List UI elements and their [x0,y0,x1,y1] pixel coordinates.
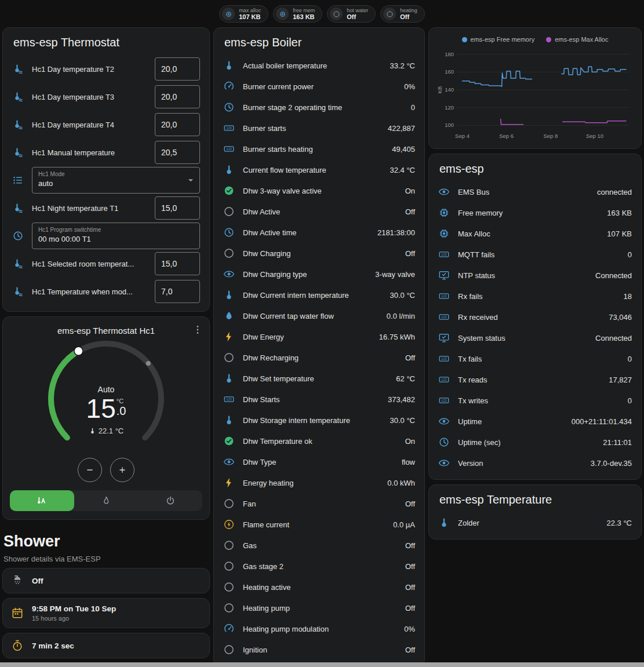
entity-row[interactable]: Hc1 Day temperature T220,0 [12,55,200,83]
entity-name: Dhw Storage intern temperature [243,416,381,425]
number-input[interactable]: 20,5 [155,141,200,164]
badge-heating[interactable]: heating Off [380,5,425,23]
entity-row[interactable]: Free memory 163 KB [438,202,632,223]
entity-row[interactable]: Dhw Storage intern temperature 30.0 °C [223,410,415,431]
number-input[interactable]: 15,0 [155,252,200,275]
badge-max-alloc[interactable]: max alloc 107 KB [219,5,268,23]
entity-row[interactable]: Dhw 3-way valve active On [223,180,415,201]
entity-row[interactable]: Dhw Type flow [223,451,415,472]
entity-name: Heating pump modulation [243,625,396,633]
entity-row[interactable]: Dhw Energy 16.75 kWh [223,326,415,347]
mode-off-button[interactable] [138,490,202,511]
entity-row[interactable]: Dhw Charging Off [223,243,415,264]
entity-row[interactable]: Hc1 Manual temperature20,5 [12,138,200,166]
entity-value: 422,887 [388,124,415,133]
shower-row[interactable]: Off [2,568,210,593]
entity-row[interactable]: Uptime 000+21:11:01.434 [438,411,632,432]
entity-row[interactable]: Dhw Active time 2181:38:00 [223,222,415,243]
number-input[interactable]: 20,0 [155,57,200,81]
check-circle-icon [223,435,235,447]
mode-auto-button[interactable] [10,490,74,511]
hc1-card-title: ems-esp Thermostat Hc1 [57,326,155,336]
entity-row[interactable]: Hc1 Night temperature T115,0 [12,194,200,222]
entity-row[interactable]: Uptime (sec) 21:11:01 [438,432,632,453]
dial-handle[interactable] [74,347,83,355]
entity-name: Tx reads [458,376,601,384]
entity-row[interactable]: Hc1 Temperature when mod...7,0 [12,278,200,305]
svg-text:160: 160 [445,68,454,75]
thermostat-dial[interactable] [39,341,173,457]
entity-row[interactable]: 123 Burner starts heating 49,405 [223,138,415,159]
entity-row[interactable]: 123 MQTT fails 0 [438,244,632,265]
number-input[interactable]: 7,0 [155,280,200,303]
svg-text:Sep 4: Sep 4 [455,133,470,139]
gauge-icon [223,623,235,635]
entity-row[interactable]: Ignition Off [223,639,415,660]
entity-row[interactable]: 123 Dhw Starts 373,482 [223,389,415,410]
shower-row[interactable]: 7 min 2 sec [2,633,210,658]
menu-icon[interactable] [192,324,203,336]
number-input[interactable]: 20,0 [155,85,200,108]
svg-text:123: 123 [441,357,446,360]
entity-row[interactable]: Hc1 Program switchtime 00 mo 00:00 T1 [12,222,200,250]
entity-row[interactable]: Heating pump modulation 0% [223,618,415,639]
entity-row[interactable]: Current flow temperature 32.4 °C [223,159,415,180]
entity-row[interactable]: Energy heating 0.0 kWh [223,472,415,493]
entity-value: On [405,187,415,195]
badge-free-mem[interactable]: free mem 163 KB [273,5,322,23]
entity-row[interactable]: Burner current power 0% [223,76,415,97]
temp-decrease-button[interactable] [78,458,102,482]
temp-increase-button[interactable] [110,458,134,482]
entity-row[interactable]: Gas stage 2 Off [223,556,415,577]
entity-name: Hc1 Day temperature T4 [32,121,147,129]
entity-row[interactable]: 123 Tx reads 17,827 [438,369,632,390]
number-input[interactable]: 20,0 [155,113,200,136]
entity-row[interactable]: Heating pump Off [223,597,415,618]
entity-row[interactable]: 123 Rx received 73,046 [438,307,632,327]
clock-icon [12,230,24,242]
mode-select[interactable]: Hc1 Mode auto [32,167,200,194]
badge-hot-water[interactable]: hot water Off [327,5,376,23]
legend-item[interactable]: ems-esp Free memory [462,36,535,43]
legend-item[interactable]: ems-esp Max Alloc [546,36,608,43]
entity-row[interactable]: 123 Burner starts 422,887 [223,118,415,138]
entity-row[interactable]: Burner stage 2 operating time 0 [223,97,415,118]
entity-value: 32.4 °C [390,166,415,174]
entity-row[interactable]: Flame current 0.0 µA [223,514,415,535]
entity-row[interactable]: Hc1 Day temperature T420,0 [12,111,200,138]
entity-row[interactable]: Dhw Temperature ok On [223,431,415,451]
entity-row[interactable]: Dhw Active Off [223,201,415,222]
entity-row[interactable]: 123 Tx writes 0 [438,390,632,411]
entity-row[interactable]: Zolder 22.3 °C [438,512,632,533]
entity-row[interactable]: Actual boiler temperature 33.2 °C [223,55,415,76]
entity-row[interactable]: Max Alloc 107 KB [438,223,632,244]
circle-outline-icon [223,247,235,259]
entity-row[interactable]: Dhw Charging type 3-way valve [223,264,415,285]
entity-row[interactable]: Hc1 Selected room temperat...15,0 [12,250,200,278]
entity-row[interactable]: Version 3.7.0-dev.35 [438,453,632,473]
entity-row[interactable]: Dhw Current intern temperature 30.0 °C [223,285,415,305]
entity-row[interactable]: Dhw Set temperature 62 °C [223,368,415,389]
entity-row[interactable]: 123 Tx fails 0 [438,348,632,369]
entity-row[interactable]: Fan Off [223,493,415,514]
entity-row[interactable]: Hc1 Day temperature T320,0 [12,83,200,111]
number-input[interactable]: 15,0 [155,196,200,220]
minus-icon [85,465,95,475]
svg-text:123: 123 [441,378,446,381]
entity-row[interactable]: Gas Off [223,535,415,556]
entity-name: Tx fails [458,355,620,363]
entity-row[interactable]: NTP status Connected [438,265,632,286]
entity-row[interactable]: 123 Rx fails 18 [438,286,632,307]
counter-icon: 123 [223,122,235,134]
mode-heat-button[interactable] [74,490,139,511]
entity-row[interactable]: Heating active Off [223,577,415,597]
entity-row[interactable]: Hc1 Mode auto [12,166,200,194]
entity-row[interactable]: EMS Bus connected [438,181,632,202]
entity-row[interactable]: Dhw Recharging Off [223,347,415,368]
entity-row[interactable]: System status Connected [438,327,632,348]
switchtime-input[interactable]: Hc1 Program switchtime 00 mo 00:00 T1 [32,223,200,249]
entity-row[interactable]: Dhw Current tap water flow 0.0 l/min [223,305,415,326]
shower-row[interactable]: 9:58 PM on Tue 10 Sep 15 hours ago [2,598,210,628]
horizontal-scrollbar[interactable] [0,662,644,667]
caret-down-icon [185,174,197,186]
